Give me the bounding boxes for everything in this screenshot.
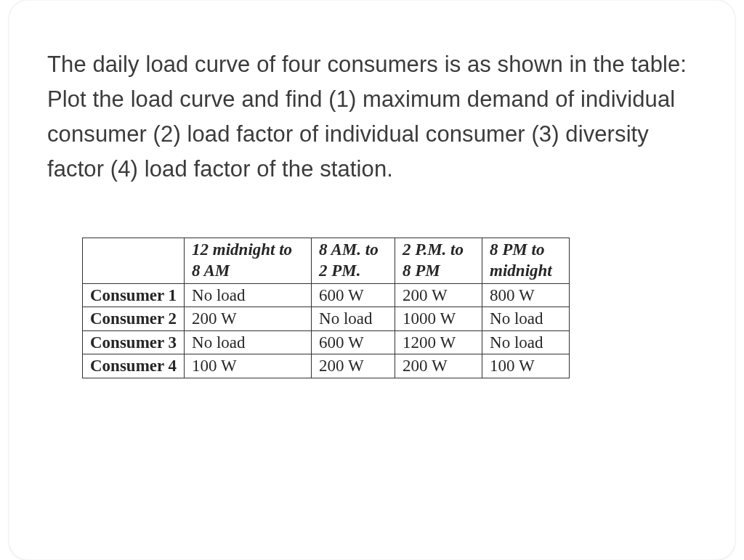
table-row: Consumer 2 200 W No load 1000 W No load (83, 307, 570, 331)
cell-value: 1200 W (395, 330, 482, 354)
table-row: Consumer 4 100 W 200 W 200 W 100 W (83, 354, 570, 378)
row-label: Consumer 1 (83, 283, 185, 307)
header-period-3: 2 P.M. to 8 PM (395, 238, 482, 284)
cell-value: 600 W (312, 330, 395, 354)
header-text: 2 P.M. to (403, 240, 464, 259)
header-text: 8 AM. to (319, 240, 379, 259)
header-period-4: 8 PM to midnight (482, 238, 570, 284)
cell-value: 100 W (482, 354, 570, 378)
row-label: Consumer 2 (83, 307, 185, 331)
header-text: 2 PM. (319, 261, 361, 280)
cell-value: No load (482, 330, 570, 354)
table-row: Consumer 3 No load 600 W 1200 W No load (83, 330, 570, 354)
question-text: The daily load curve of four consumers i… (47, 47, 697, 187)
header-period-1: 12 midnight to 8 AM (185, 238, 312, 284)
cell-value: 200 W (395, 283, 482, 307)
table-header-row: 12 midnight to 8 AM 8 AM. to 2 PM. 2 P.M… (83, 238, 570, 284)
load-table: 12 midnight to 8 AM 8 AM. to 2 PM. 2 P.M… (82, 238, 570, 378)
content-card: The daily load curve of four consumers i… (9, 0, 735, 560)
table-row: Consumer 1 No load 600 W 200 W 800 W (83, 283, 570, 307)
cell-value: 800 W (482, 283, 570, 307)
header-text: 8 PM (403, 261, 440, 280)
header-text: 8 PM to (490, 240, 544, 259)
header-empty (83, 238, 185, 284)
row-label: Consumer 3 (83, 330, 185, 354)
cell-value: 200 W (312, 354, 395, 378)
cell-value: 1000 W (395, 307, 482, 331)
header-text: 12 midnight to (192, 240, 292, 259)
cell-value: 600 W (312, 283, 395, 307)
header-text: midnight (490, 261, 552, 280)
cell-value: 200 W (395, 354, 482, 378)
cell-value: No load (185, 330, 312, 354)
cell-value: 200 W (185, 307, 312, 331)
cell-value: No load (482, 307, 570, 331)
cell-value: No load (312, 307, 395, 331)
cell-value: No load (185, 283, 312, 307)
row-label: Consumer 4 (83, 354, 185, 378)
header-text: 8 AM (192, 261, 230, 280)
header-period-2: 8 AM. to 2 PM. (312, 238, 395, 284)
cell-value: 100 W (185, 354, 312, 378)
